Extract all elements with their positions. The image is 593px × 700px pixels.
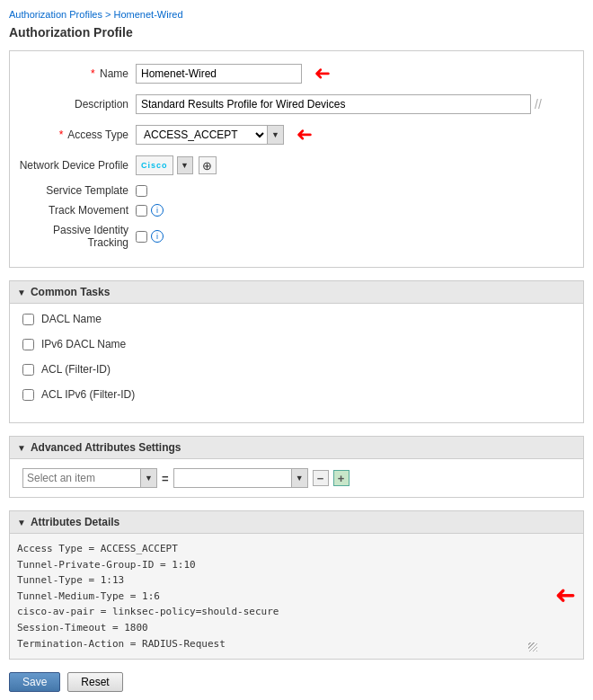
advanced-attributes-section: ▼ Advanced Attributes Settings ▼ = ▼ − + [9,436,584,498]
advanced-attributes-row: ▼ = ▼ − + [22,468,571,488]
name-required-star: * [91,67,95,80]
adv-value-select-wrapper: ▼ [173,468,308,488]
adv-item-input[interactable] [23,469,140,487]
task-row-acl: ACL (Filter-ID) [22,363,571,376]
passive-identity-info-icon[interactable]: i [151,230,164,243]
access-type-required-star: * [59,128,64,141]
name-row: * Name ➜ [19,62,574,85]
cisco-logo-text: Cisco [141,161,168,170]
breadcrumb-parent-link[interactable]: Authorization Profiles [9,9,102,20]
resize-handle[interactable] [528,642,537,651]
adv-value-input[interactable] [174,469,291,487]
network-device-row: Network Device Profile Cisco ▼ ⊕ [19,155,574,175]
breadcrumb: Authorization Profiles > Homenet-Wired [9,9,584,20]
track-movement-row: Track Movement i [19,204,574,217]
attributes-details-title: Attributes Details [31,516,119,528]
attributes-details-section: ▼ Attributes Details Access Type = ACCES… [9,510,584,660]
advanced-attributes-header[interactable]: ▼ Advanced Attributes Settings [9,436,584,459]
common-tasks-section: ▼ Common Tasks DACL Name IPv6 DACL Name … [9,280,584,423]
breadcrumb-current: Homenet-Wired [114,9,183,20]
acl-checkbox[interactable] [22,364,34,376]
breadcrumb-separator: > [105,9,111,20]
common-tasks-header[interactable]: ▼ Common Tasks [9,280,584,304]
network-device-label: Network Device Profile [19,159,136,172]
access-type-arrow: ➜ [296,123,313,146]
track-movement-info-icon[interactable]: i [151,204,164,217]
access-type-row: * Access Type ACCESS_ACCEPT ACCESS_REJEC… [19,123,574,146]
description-label: Description [19,98,136,111]
dacl-label: DACL Name [41,313,102,325]
main-form-section: * Name ➜ Description // * Access Type AC… [9,50,584,268]
advanced-attributes-title: Advanced Attributes Settings [31,441,181,454]
passive-identity-checkbox[interactable] [136,231,147,243]
description-input[interactable] [136,94,531,114]
name-label: * Name [19,67,136,80]
task-row-acl-ipv6: ACL IPv6 (Filter-ID) [22,388,571,401]
page-title: Authorization Profile [9,25,584,40]
service-template-checkbox[interactable] [136,185,147,197]
common-tasks-title: Common Tasks [31,286,110,298]
ipv6dacl-checkbox[interactable] [22,339,34,350]
common-tasks-triangle: ▼ [17,288,26,297]
ipv6dacl-label: IPv6 DACL Name [41,338,126,350]
save-button[interactable]: Save [9,672,60,692]
description-resize-icon: // [535,97,542,111]
acl-label: ACL (Filter-ID) [41,363,111,376]
adv-minus-btn[interactable]: − [313,470,329,486]
attributes-details-triangle: ▼ [17,518,26,527]
common-tasks-body: DACL Name IPv6 DACL Name ACL (Filter-ID)… [9,304,584,423]
acl-ipv6-label: ACL IPv6 (Filter-ID) [41,388,135,401]
attributes-details-text: Access Type = ACCESS_ACCEPT Tunnel-Priva… [17,541,537,651]
cisco-logo: Cisco [136,155,173,175]
adv-equals: = [162,472,169,485]
passive-identity-label: Passive Identity Tracking [19,224,136,249]
reset-button[interactable]: Reset [67,672,122,692]
attr-arrow-indicator: ➜ [555,581,576,611]
adv-value-dropdown-btn[interactable]: ▼ [291,469,307,487]
adv-plus-btn[interactable]: + [333,470,350,486]
attributes-details-body: Access Type = ACCESS_ACCEPT Tunnel-Priva… [9,534,584,660]
dacl-checkbox[interactable] [22,314,34,325]
globe-icon-btn[interactable]: ⊕ [199,156,217,174]
service-template-label: Service Template [19,184,136,197]
attr-content-container: Access Type = ACCESS_ACCEPT Tunnel-Priva… [17,541,576,651]
advanced-attributes-body: ▼ = ▼ − + [9,459,584,498]
service-template-row: Service Template [19,184,574,197]
name-input[interactable] [136,64,302,84]
access-type-select-wrapper: ACCESS_ACCEPT ACCESS_REJECT CONTINUE ▼ [136,125,284,145]
access-type-label: * Access Type [19,128,136,141]
page-wrapper: Authorization Profiles > Homenet-Wired A… [0,0,593,700]
access-type-dropdown-btn[interactable]: ▼ [267,126,283,144]
cisco-dropdown-btn[interactable]: ▼ [177,156,193,174]
acl-ipv6-checkbox[interactable] [22,389,34,401]
adv-item-dropdown-btn[interactable]: ▼ [140,469,156,487]
description-row: Description // [19,94,574,114]
advanced-attributes-triangle: ▼ [17,443,26,453]
bottom-buttons: Save Reset [9,672,584,692]
attr-details-wrapper: Access Type = ACCESS_ACCEPT Tunnel-Priva… [17,541,537,651]
attributes-details-header[interactable]: ▼ Attributes Details [9,510,584,534]
track-movement-label: Track Movement [19,204,136,217]
task-row-dacl: DACL Name [22,313,571,325]
adv-item-select-wrapper: ▼ [22,468,157,488]
access-type-select[interactable]: ACCESS_ACCEPT ACCESS_REJECT CONTINUE [137,126,267,144]
passive-identity-row: Passive Identity Tracking i [19,224,574,249]
task-row-ipv6dacl: IPv6 DACL Name [22,338,571,350]
track-movement-checkbox[interactable] [136,205,147,217]
